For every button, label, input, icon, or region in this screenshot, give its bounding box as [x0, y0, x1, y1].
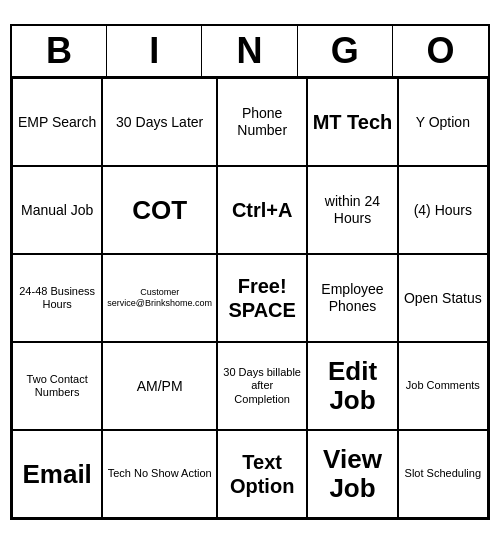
bingo-cell: Phone Number — [217, 78, 307, 166]
bingo-cell: Text Option — [217, 430, 307, 518]
header-letter: B — [12, 26, 107, 76]
cell-text: service@Brinkshome.com — [107, 298, 212, 309]
bingo-cell: View Job — [307, 430, 397, 518]
header-letter: N — [202, 26, 297, 76]
bingo-cell: 30 Days billable after Completion — [217, 342, 307, 430]
bingo-cell: Two Contact Numbers — [12, 342, 102, 430]
bingo-cell: MT Tech — [307, 78, 397, 166]
cell-text: Open Status — [404, 290, 482, 307]
bingo-cell: Job Comments — [398, 342, 488, 430]
cell-text: Y Option — [416, 114, 470, 131]
cell-label: Customer — [140, 287, 179, 298]
cell-text: COT — [132, 196, 187, 225]
bingo-cell: (4) Hours — [398, 166, 488, 254]
cell-text: Tech No Show Action — [108, 467, 212, 480]
cell-text: 24-48 Business Hours — [17, 285, 97, 311]
bingo-cell: Email — [12, 430, 102, 518]
cell-text: Ctrl+A — [232, 198, 293, 222]
bingo-cell: Ctrl+A — [217, 166, 307, 254]
bingo-cell: COT — [102, 166, 217, 254]
cell-text: within 24 Hours — [312, 193, 392, 227]
bingo-cell: Slot Scheduling — [398, 430, 488, 518]
bingo-cell: Free! SPACE — [217, 254, 307, 342]
cell-text: Manual Job — [21, 202, 93, 219]
header-letter: O — [393, 26, 488, 76]
cell-text: Job Comments — [406, 379, 480, 392]
cell-text: MT Tech — [313, 110, 393, 134]
bingo-cell: AM/PM — [102, 342, 217, 430]
cell-text: Two Contact Numbers — [17, 373, 97, 399]
cell-text: Employee Phones — [312, 281, 392, 315]
cell-text: Free! SPACE — [222, 274, 302, 322]
bingo-cell: Open Status — [398, 254, 488, 342]
bingo-cell: Edit Job — [307, 342, 397, 430]
cell-text: Text Option — [222, 450, 302, 498]
bingo-grid: EMP Search30 Days LaterPhone NumberMT Te… — [12, 78, 488, 518]
bingo-cell: Employee Phones — [307, 254, 397, 342]
bingo-cell: within 24 Hours — [307, 166, 397, 254]
cell-text: Edit Job — [312, 357, 392, 414]
bingo-header: BINGO — [12, 26, 488, 78]
header-letter: I — [107, 26, 202, 76]
cell-text: (4) Hours — [414, 202, 472, 219]
bingo-card: BINGO EMP Search30 Days LaterPhone Numbe… — [10, 24, 490, 520]
bingo-cell: EMP Search — [12, 78, 102, 166]
bingo-cell: 24-48 Business Hours — [12, 254, 102, 342]
cell-text: 30 Days billable after Completion — [222, 366, 302, 406]
bingo-cell: Tech No Show Action — [102, 430, 217, 518]
header-letter: G — [298, 26, 393, 76]
bingo-cell: 30 Days Later — [102, 78, 217, 166]
bingo-cell: Customerservice@Brinkshome.com — [102, 254, 217, 342]
bingo-cell: Y Option — [398, 78, 488, 166]
cell-text: EMP Search — [18, 114, 96, 131]
cell-text: Email — [22, 460, 91, 489]
cell-text: Phone Number — [222, 105, 302, 139]
cell-text: Slot Scheduling — [405, 467, 481, 480]
cell-text: View Job — [312, 445, 392, 502]
cell-text: AM/PM — [137, 378, 183, 395]
cell-text: 30 Days Later — [116, 114, 203, 131]
bingo-cell: Manual Job — [12, 166, 102, 254]
